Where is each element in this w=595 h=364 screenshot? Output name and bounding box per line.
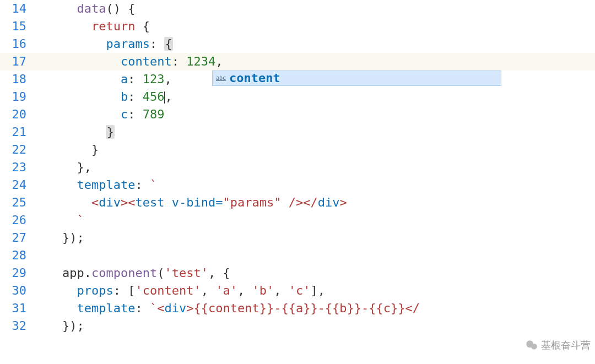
line-number: 30 <box>0 282 26 300</box>
line-number: 29 <box>0 264 26 282</box>
line-number: 32 <box>0 317 26 335</box>
line-number: 18 <box>0 70 26 88</box>
line-number: 17 <box>0 53 26 70</box>
string-literal: 'content' <box>135 284 201 297</box>
code-line[interactable]: template: ` <box>33 176 595 194</box>
number-literal: 789 <box>143 107 165 121</box>
code-line[interactable]: content: 1234, <box>33 53 595 70</box>
code-line[interactable]: } <box>33 141 595 159</box>
number-literal: 123 <box>143 72 165 86</box>
line-number: 28 <box>0 247 26 264</box>
code-line[interactable]: params: { <box>33 35 595 53</box>
keyword: return <box>91 19 135 33</box>
code-line[interactable]: c: 789 <box>33 106 595 123</box>
autocomplete-suggestion[interactable]: content <box>229 69 280 87</box>
code-line[interactable] <box>33 247 595 264</box>
line-number-gutter: 14 15 16 17 18 19 20 21 22 23 24 25 26 2… <box>0 0 33 364</box>
code-line[interactable]: } <box>33 123 595 141</box>
number-literal: 456 <box>143 90 165 104</box>
html-tag: div <box>318 195 340 209</box>
code-line[interactable]: app.component('test', { <box>33 264 595 282</box>
brace-match-icon: } <box>106 125 114 139</box>
line-number: 16 <box>0 35 26 53</box>
number-literal: 1234 <box>186 55 215 68</box>
code-line[interactable]: data() { <box>33 0 595 18</box>
string-literal: 'b' <box>252 284 274 297</box>
code-line[interactable]: props: ['content', 'a', 'b', 'c'], <box>33 282 595 300</box>
line-number: 25 <box>0 194 26 211</box>
svg-point-1 <box>531 344 537 350</box>
code-line[interactable]: template: `<div>{{content}}-{{a}}-{{b}}-… <box>33 300 595 317</box>
html-tag: div <box>99 195 121 209</box>
property: b <box>121 90 128 104</box>
code-area[interactable]: data() { return { params: { content: 123… <box>33 0 595 364</box>
function-name: data <box>77 2 106 15</box>
property: a <box>121 72 128 86</box>
line-number: 15 <box>0 18 26 35</box>
suggestion-kind-icon: abc <box>216 69 226 87</box>
line-number: 26 <box>0 211 26 229</box>
method: component <box>91 266 157 280</box>
variable: app <box>62 266 84 280</box>
autocomplete-popup[interactable]: abc content <box>212 70 501 86</box>
code-line[interactable]: ` <box>33 211 595 229</box>
property: content <box>121 55 172 68</box>
code-line[interactable]: <div><test v-bind="params" /></div> <box>33 194 595 211</box>
html-tag: test <box>135 195 164 209</box>
wechat-icon <box>524 338 539 352</box>
code-line[interactable]: }); <box>33 229 595 247</box>
property: template <box>77 301 135 315</box>
property: c <box>121 107 128 121</box>
line-number: 22 <box>0 141 26 159</box>
line-number: 23 <box>0 159 26 176</box>
string-literal: 'c' <box>289 284 311 297</box>
line-number: 20 <box>0 106 26 123</box>
line-number: 19 <box>0 88 26 106</box>
line-number: 27 <box>0 229 26 247</box>
line-number: 21 <box>0 123 26 141</box>
property: params <box>106 37 149 51</box>
line-number: 24 <box>0 176 26 194</box>
code-line[interactable]: }); <box>33 317 595 335</box>
watermark-text: 基根奋斗营 <box>541 336 591 354</box>
watermark: 基根奋斗营 <box>524 336 591 354</box>
line-number: 14 <box>0 0 26 18</box>
code-line[interactable]: return { <box>33 18 595 35</box>
string-literal: 'test' <box>164 266 208 280</box>
line-number: 31 <box>0 300 26 317</box>
brace-match-icon: { <box>164 37 172 51</box>
property: template <box>77 178 135 192</box>
code-line[interactable]: b: 456, <box>33 88 595 106</box>
property: props <box>77 284 113 297</box>
code-line[interactable]: }, <box>33 159 595 176</box>
html-tag: div <box>164 301 186 315</box>
string-literal: 'a' <box>215 284 237 297</box>
